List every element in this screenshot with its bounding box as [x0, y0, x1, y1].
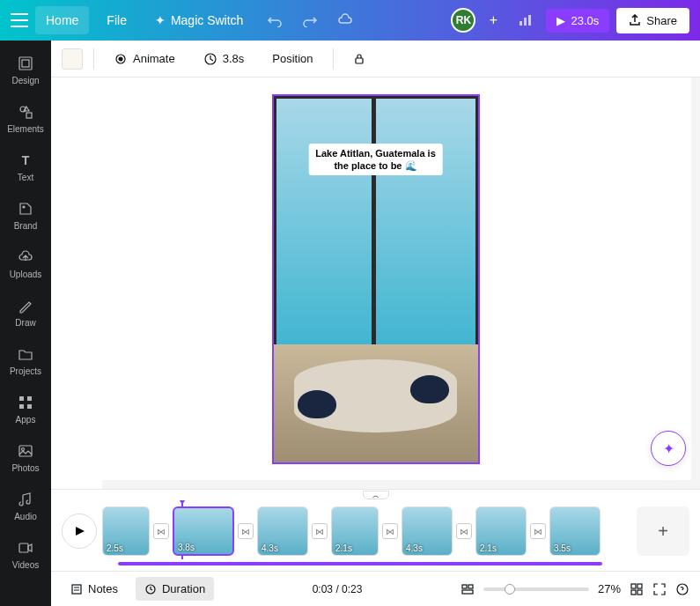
svg-text:T: T [22, 153, 30, 167]
time-display: 0:03 / 0:23 [313, 583, 363, 595]
add-collaborator-button[interactable]: + [483, 10, 504, 31]
svg-rect-27 [631, 590, 636, 595]
help-icon[interactable] [675, 582, 689, 596]
animate-button[interactable]: Animate [105, 47, 184, 71]
animate-icon [114, 52, 128, 66]
redo-button[interactable] [296, 6, 324, 34]
transition-button[interactable]: ⋈ [382, 523, 398, 539]
clips-track[interactable]: 2.5s⋈3.8s⋈4.3s⋈2.1s⋈4.3s⋈2.1s⋈3.5s [102, 506, 624, 556]
undo-button[interactable] [261, 6, 289, 34]
svg-rect-23 [468, 585, 473, 588]
sidebar-label: Uploads [10, 270, 42, 279]
transition-button[interactable]: ⋈ [312, 523, 328, 539]
sidebar-label: Projects [10, 366, 41, 376]
sidebar-item-text[interactable]: TText [0, 143, 51, 191]
brand-icon [17, 200, 34, 218]
svg-rect-24 [462, 590, 473, 594]
sidebar-item-brand[interactable]: Brand [0, 191, 51, 240]
svg-rect-3 [19, 57, 32, 70]
share-icon [629, 14, 641, 26]
overlay-line-2: the place to be 🌊 [315, 159, 436, 172]
position-button[interactable]: Position [263, 47, 321, 70]
transition-button[interactable]: ⋈ [153, 523, 169, 539]
add-clip-button[interactable]: + [637, 506, 689, 556]
clip-duration-label: 2.5s [107, 543, 123, 553]
sidebar-item-photos[interactable]: Photos [0, 433, 51, 482]
timeline-clip[interactable]: 2.1s [475, 506, 527, 556]
clock-icon [144, 583, 157, 595]
canvas-bg-pouf [298, 390, 336, 418]
sidebar-item-elements[interactable]: Elements [0, 94, 51, 143]
svg-rect-28 [637, 590, 642, 595]
sidebar-item-draw[interactable]: Draw [0, 288, 51, 336]
audio-icon [17, 491, 34, 508]
transition-button[interactable]: ⋈ [238, 523, 254, 539]
canvas-frame[interactable]: Lake Atitlan, Guatemala is the place to … [272, 94, 480, 464]
canvas-area[interactable]: Lake Atitlan, Guatemala is the place to … [51, 78, 700, 480]
canvas-bg-window-left [274, 96, 376, 352]
share-button[interactable]: Share [616, 8, 689, 33]
duration-toggle-button[interactable]: Duration [136, 577, 214, 601]
sidebar-item-uploads[interactable]: Uploads [0, 240, 51, 288]
transition-button[interactable]: ⋈ [456, 523, 472, 539]
magic-fab-button[interactable]: ✦ [651, 431, 686, 466]
play-duration-label: 23.0s [571, 14, 599, 27]
sidebar-item-audio[interactable]: Audio [0, 482, 51, 530]
sidebar-item-videos[interactable]: Videos [0, 530, 51, 579]
avatar[interactable]: RK [451, 8, 475, 33]
file-button[interactable]: File [96, 6, 137, 34]
timeline[interactable]: 2.5s⋈3.8s⋈4.3s⋈2.1s⋈4.3s⋈2.1s⋈3.5s + [51, 500, 700, 562]
vertical-scrollbar[interactable] [691, 78, 700, 480]
svg-rect-19 [356, 58, 363, 63]
sidebar-label: Apps [16, 415, 36, 425]
clip-duration-label: 2.1s [335, 543, 352, 553]
svg-rect-0 [519, 21, 522, 26]
transition-button[interactable]: ⋈ [530, 523, 546, 539]
timeline-clip[interactable]: 3.8s [173, 506, 234, 556]
zoom-slider[interactable] [483, 588, 589, 591]
svg-rect-6 [26, 113, 32, 118]
play-duration-button[interactable]: ▶ 23.0s [546, 9, 609, 33]
sidebar-item-design[interactable]: Design [0, 46, 51, 94]
fullscreen-icon[interactable] [652, 582, 667, 596]
grid-view-icon[interactable] [630, 582, 644, 596]
canvas-text-overlay[interactable]: Lake Atitlan, Guatemala is the place to … [308, 144, 443, 176]
magic-switch-button[interactable]: ✦ Magic Switch [144, 6, 254, 34]
sidebar-item-projects[interactable]: Projects [0, 336, 51, 385]
analytics-icon[interactable] [511, 6, 539, 34]
horizontal-scrollbar[interactable] [102, 480, 700, 489]
canvas-bg-window-right [376, 96, 478, 352]
draw-icon [17, 297, 34, 314]
toolbar: Animate 3.8s Position [51, 41, 700, 78]
sidebar-item-apps[interactable]: Apps [0, 385, 51, 433]
audio-track[interactable] [118, 562, 602, 565]
timeline-clip[interactable]: 2.1s [331, 506, 379, 556]
svg-rect-25 [631, 584, 636, 588]
home-button[interactable]: Home [35, 6, 89, 34]
svg-rect-2 [528, 15, 531, 26]
clock-icon [203, 52, 217, 66]
apps-icon [17, 394, 34, 411]
timeline-clip[interactable]: 3.5s [549, 506, 601, 556]
cloud-sync-icon[interactable] [331, 6, 359, 34]
zoom-thumb[interactable] [505, 584, 515, 595]
timeline-clip[interactable]: 2.5s [102, 506, 150, 556]
menu-icon[interactable] [11, 11, 28, 29]
canvas-bg-pouf [410, 375, 449, 403]
clip-duration-button[interactable]: 3.8s [195, 47, 254, 71]
notes-button[interactable]: Notes [62, 577, 127, 601]
clip-duration-label: 3.8s [223, 52, 245, 65]
clip-duration-label: 3.8s [178, 543, 195, 552]
timeline-clip[interactable]: 4.3s [257, 506, 308, 556]
svg-rect-13 [19, 446, 32, 456]
thumbnail-view-icon[interactable] [461, 582, 475, 596]
clip-duration-label: 4.3s [406, 543, 423, 553]
timeline-clip[interactable]: 4.3s [402, 506, 453, 556]
lock-button[interactable] [344, 48, 374, 70]
play-button[interactable] [62, 514, 97, 549]
svg-rect-22 [462, 585, 467, 588]
sparkle-icon: ✦ [155, 13, 166, 27]
svg-rect-11 [19, 404, 24, 409]
color-picker[interactable] [62, 48, 83, 70]
collapse-timeline-button[interactable]: ︿ [363, 491, 389, 499]
